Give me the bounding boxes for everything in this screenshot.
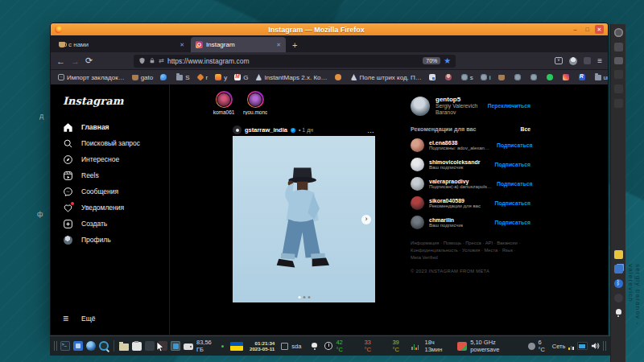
- bookmark-folder[interactable]: S: [176, 74, 189, 81]
- ukraine-flag-icon[interactable]: [230, 342, 243, 351]
- notes-app-icon[interactable]: [614, 250, 623, 259]
- sidebar-item-create[interactable]: Создать: [63, 216, 169, 232]
- bookmark-item[interactable]: [160, 74, 169, 80]
- browser-launcher-icon[interactable]: [86, 341, 96, 351]
- follow-link[interactable]: Подписаться: [497, 142, 532, 148]
- sidebar-item-profile[interactable]: Профиль: [63, 232, 169, 248]
- monitor-widget-icon[interactable]: [614, 57, 623, 64]
- panel-grip[interactable]: [54, 341, 57, 351]
- post-image[interactable]: ›: [233, 136, 375, 302]
- follow-link[interactable]: Подписаться: [495, 200, 530, 206]
- minimize-button[interactable]: –: [571, 25, 580, 34]
- extension-icon[interactable]: [584, 57, 591, 64]
- windows-app-icon[interactable]: [614, 265, 623, 274]
- user-avatar[interactable]: [411, 97, 430, 116]
- zoom-level-badge[interactable]: 70%: [423, 57, 440, 64]
- account-icon[interactable]: [569, 57, 577, 65]
- tab-close-icon[interactable]: ✕: [276, 42, 281, 48]
- sidebar-item-notifications[interactable]: Уведомления: [63, 200, 169, 216]
- network-label[interactable]: Сеть: [552, 343, 566, 350]
- notifications-bell-icon[interactable]: [311, 343, 318, 350]
- new-tab-button[interactable]: +: [287, 40, 302, 50]
- back-button[interactable]: ←: [56, 56, 65, 66]
- reload-button[interactable]: ⟳: [85, 56, 93, 66]
- sidebar-item-explore[interactable]: Интересное: [63, 151, 169, 167]
- suggestion-avatar[interactable]: [411, 196, 424, 210]
- lock-icon[interactable]: [149, 57, 155, 64]
- tab-close-icon[interactable]: ✕: [180, 42, 184, 48]
- tab-s-nami[interactable]: с нами ✕: [54, 37, 189, 52]
- bookmark-item[interactable]: Импорт закладок…: [58, 74, 125, 81]
- instagram-logo[interactable]: Instagram: [63, 95, 169, 107]
- bookmark-item[interactable]: [563, 74, 572, 80]
- bookmark-item[interactable]: Поле штрих код. П…: [351, 74, 422, 81]
- story-item[interactable]: koma061: [212, 91, 236, 115]
- bookmark-item[interactable]: [579, 74, 588, 80]
- see-all-link[interactable]: Все: [521, 126, 530, 132]
- url-text[interactable]: https://www.instagram.com: [167, 57, 419, 65]
- bookmark-item[interactable]: [335, 74, 344, 80]
- sidebar-item-more[interactable]: ≡ Ещё: [63, 311, 95, 327]
- suggestion-avatar[interactable]: [411, 216, 424, 229]
- carousel-next-button[interactable]: ›: [361, 215, 371, 224]
- close-button[interactable]: ✕: [595, 25, 604, 34]
- follow-link[interactable]: Подписаться: [495, 162, 530, 167]
- maximize-button[interactable]: □: [583, 25, 592, 34]
- current-username[interactable]: gentop5: [436, 96, 477, 103]
- weather-icon[interactable]: [528, 343, 535, 350]
- story-item[interactable]: ryou.mono…: [243, 91, 267, 115]
- bookmark-item[interactable]: [445, 74, 454, 80]
- bookmark-item[interactable]: [547, 74, 555, 80]
- volume-icon[interactable]: [591, 342, 600, 350]
- clock-widget[interactable]: 01:21:34 2023-05-11: [250, 340, 275, 352]
- bookmark-item[interactable]: r: [197, 74, 208, 81]
- bookmark-item[interactable]: gato: [132, 74, 154, 81]
- dark-app-icon[interactable]: [614, 294, 623, 302]
- bookmark-item[interactable]: i: [481, 74, 491, 81]
- container-switch-icon[interactable]: ⇄: [159, 57, 164, 64]
- bookmark-item[interactable]: InstantMaps 2.x. Ко…: [255, 74, 327, 81]
- badge-widget-icon[interactable]: [614, 43, 623, 51]
- follow-link[interactable]: Подписаться: [495, 220, 530, 225]
- follow-link[interactable]: Подписаться: [497, 181, 532, 187]
- disk-icon[interactable]: [184, 343, 193, 350]
- clock-widget-icon[interactable]: [614, 28, 623, 37]
- switch-account-link[interactable]: Переключиться: [488, 103, 530, 109]
- sidebar-item-search[interactable]: Поисковый запрос: [63, 135, 169, 151]
- suggestion-avatar[interactable]: [411, 138, 424, 152]
- display-icon[interactable]: [577, 342, 588, 350]
- bookmark-item[interactable]: y: [215, 74, 227, 81]
- footer-links[interactable]: Информация · Помощь · Пресса · API · Вак…: [411, 240, 530, 261]
- search-launcher-icon[interactable]: [99, 341, 109, 351]
- bookmark-star-icon[interactable]: ★: [444, 56, 451, 65]
- bookmark-item[interactable]: [429, 74, 438, 80]
- forward-button[interactable]: →: [71, 56, 80, 66]
- panel-grip[interactable]: [603, 341, 606, 351]
- bell-icon[interactable]: [614, 308, 623, 317]
- shield-icon[interactable]: [138, 57, 146, 64]
- suggestion-avatar[interactable]: [411, 177, 424, 191]
- suggestion-avatar[interactable]: [411, 158, 424, 171]
- sidebar-item-home[interactable]: Главная: [63, 119, 169, 135]
- file-manager-icon[interactable]: [119, 343, 129, 351]
- bookmark-item[interactable]: G: [234, 74, 248, 81]
- clipboard-icon[interactable]: [132, 342, 142, 351]
- active-window-icon[interactable]: [171, 341, 180, 351]
- menu-icon[interactable]: ≡: [597, 56, 602, 65]
- url-bar[interactable]: ⇄ https://www.instagram.com 70% ★: [134, 55, 456, 68]
- minimized-window-icon[interactable]: [145, 341, 155, 351]
- terminal-launcher-icon[interactable]: [60, 341, 70, 351]
- bookmark-item[interactable]: [530, 74, 539, 80]
- post-avatar[interactable]: [233, 125, 242, 134]
- bookmark-folder[interactable]: unix: [595, 74, 608, 81]
- cpu-governor-icon[interactable]: [457, 342, 467, 351]
- sidebar-item-reels[interactable]: Reels: [63, 167, 169, 183]
- post-username[interactable]: gstarraw_india: [245, 126, 287, 134]
- bookmark-item[interactable]: [498, 75, 507, 80]
- titlebar[interactable]: Instagram — Mozilla Firefox – □ ✕: [51, 23, 608, 35]
- bluetooth-icon[interactable]: [614, 279, 623, 288]
- bookmark-item[interactable]: s: [461, 74, 473, 81]
- sidebar-item-messages[interactable]: Сообщения: [63, 183, 169, 200]
- bookmark-item[interactable]: [514, 74, 523, 80]
- pocket-icon[interactable]: [555, 57, 563, 64]
